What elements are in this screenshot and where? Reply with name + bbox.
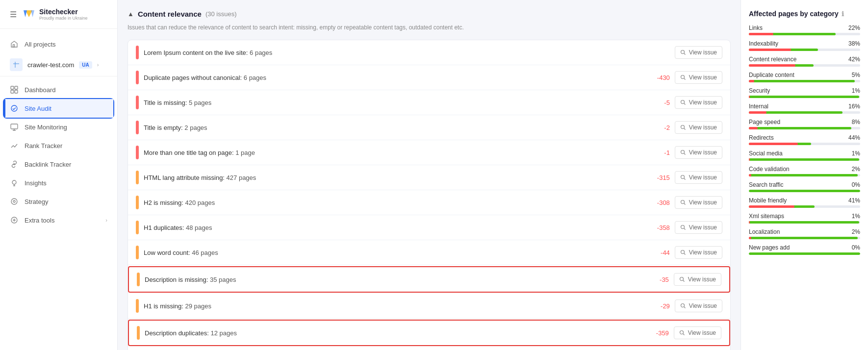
issue-indicator [136, 221, 139, 234]
dashboard-icon [10, 85, 19, 94]
sidebar-item-site-audit-box: Site Audit [4, 99, 113, 118]
category-item: Localization 2% [749, 228, 860, 239]
issue-text: H1 is missing: 29 pages [144, 302, 640, 310]
category-name: Indexability [749, 40, 778, 47]
issue-score: -308 [645, 199, 670, 206]
issue-pages: 6 pages [250, 49, 272, 56]
svg-point-16 [681, 75, 684, 79]
svg-rect-7 [11, 90, 14, 93]
view-issue-button[interactable]: View issue [675, 221, 722, 234]
sidebar-item-backlink-tracker[interactable]: Backlink Tracker [0, 155, 117, 174]
sidebar-item-all-projects[interactable]: All projects [0, 35, 117, 53]
category-name: Links [749, 25, 763, 31]
sidebar-item-dashboard-label: Dashboard [25, 86, 107, 94]
site-badge: UA [79, 61, 92, 69]
svg-marker-2 [31, 10, 34, 17]
svg-point-18 [681, 125, 684, 129]
svg-point-9 [11, 105, 17, 111]
category-name: Social media [749, 150, 783, 157]
category-name: Redirects [749, 134, 774, 141]
svg-point-24 [680, 277, 683, 281]
bar-track [749, 96, 860, 98]
search-icon [680, 50, 686, 55]
category-name: Search traffic [749, 181, 783, 188]
sidebar: ☰ Sitechecker Proudly made in Ukraine Al… [0, 0, 118, 350]
sidebar-item-rank-tracker[interactable]: Rank Tracker [0, 136, 117, 155]
issue-indicator [136, 121, 139, 134]
insights-icon [10, 178, 19, 187]
view-issue-button[interactable]: View issue [675, 171, 722, 184]
category-item: Content relevance 42% [749, 56, 860, 67]
category-header: Internal 16% [749, 103, 860, 110]
search-icon [680, 175, 686, 180]
view-issue-button[interactable]: View issue [675, 246, 722, 259]
issue-text: Description duplicates: 12 pages [145, 329, 639, 337]
site-name: crawler-test.com [27, 61, 74, 69]
view-issue-button[interactable]: View issue [675, 196, 722, 209]
menu-icon[interactable]: ☰ [10, 10, 17, 19]
category-name: Page speed [749, 119, 780, 125]
view-issue-button[interactable]: View issue [675, 96, 722, 109]
issue-indicator [136, 299, 139, 313]
category-header: Social media 1% [749, 150, 860, 157]
bar-container [749, 127, 860, 129]
svg-point-17 [681, 100, 684, 104]
issue-text: H1 duplicates: 48 pages [144, 224, 640, 231]
issue-score: -29 [645, 302, 670, 310]
svg-point-25 [681, 304, 684, 307]
view-issue-button[interactable]: View issue [675, 71, 722, 84]
sidebar-item-insights[interactable]: Insights [0, 174, 117, 192]
category-item: Indexability 38% [749, 40, 860, 51]
bar-container [749, 190, 860, 192]
issue-pages: 427 pages [227, 174, 256, 181]
svg-rect-4 [13, 62, 19, 68]
site-arrow-icon[interactable]: › [97, 62, 99, 68]
bar-track [749, 127, 860, 129]
category-pct: 2% [852, 166, 860, 173]
table-row: Description is missing: 35 pages -35 Vie… [128, 266, 730, 293]
issue-score: -430 [645, 74, 670, 81]
issue-score: -1 [645, 149, 670, 156]
issue-score: -315 [645, 174, 670, 181]
search-icon [680, 225, 686, 230]
search-icon [680, 303, 686, 309]
table-row: H1 is empty: 5 pages -5 View issue [128, 347, 730, 350]
category-name: Security [749, 87, 770, 94]
issue-pages: 12 pages [210, 329, 237, 337]
panel-title-text: Affected pages by category [749, 10, 839, 18]
category-header: Xml sitemaps 1% [749, 213, 860, 220]
issue-text: Title is missing: 5 pages [144, 99, 640, 106]
bar-container [749, 158, 860, 161]
view-issue-button[interactable]: View issue [675, 121, 722, 134]
bar-container [749, 252, 860, 255]
table-row: Duplicate pages without canonical: 6 pag… [128, 65, 730, 90]
category-name: Code validation [749, 166, 790, 173]
view-issue-button[interactable]: View issue [675, 146, 722, 159]
sidebar-item-extra-tools[interactable]: Extra tools › [0, 211, 117, 229]
sidebar-item-dashboard[interactable]: Dashboard [0, 80, 117, 99]
category-pct: 1% [852, 87, 860, 94]
category-item: Internal 16% [749, 103, 860, 114]
issue-text: Title is empty: 2 pages [144, 124, 640, 131]
svg-point-12 [11, 199, 17, 204]
bar-container [749, 80, 860, 82]
table-row: H1 is missing: 29 pages -29 View issue [128, 294, 730, 319]
svg-point-21 [681, 200, 684, 204]
view-issue-button[interactable]: View issue [674, 326, 721, 339]
svg-point-11 [12, 180, 16, 184]
sidebar-item-site-monitoring[interactable]: Site Monitoring [0, 118, 117, 136]
section-toggle-icon[interactable]: ▲ [128, 10, 134, 18]
panel-info-icon[interactable]: ℹ [842, 10, 844, 18]
bar-fill-red [749, 111, 766, 114]
view-issue-button[interactable]: View issue [675, 46, 722, 59]
bar-fill-green [749, 190, 860, 192]
category-item: Page speed 8% [749, 119, 860, 129]
view-issue-button[interactable]: View issue [674, 273, 721, 286]
issue-pages: 5 pages [189, 99, 211, 106]
sidebar-item-site-audit[interactable]: Site Audit [4, 99, 113, 118]
view-issue-button[interactable]: View issue [675, 300, 722, 312]
rank-tracker-icon [10, 141, 19, 150]
sidebar-item-strategy[interactable]: Strategy [0, 192, 117, 211]
table-row: Title is empty: 2 pages -2 View issue [128, 115, 730, 140]
logo-sub: Proudly made in Ukraine [39, 16, 88, 21]
